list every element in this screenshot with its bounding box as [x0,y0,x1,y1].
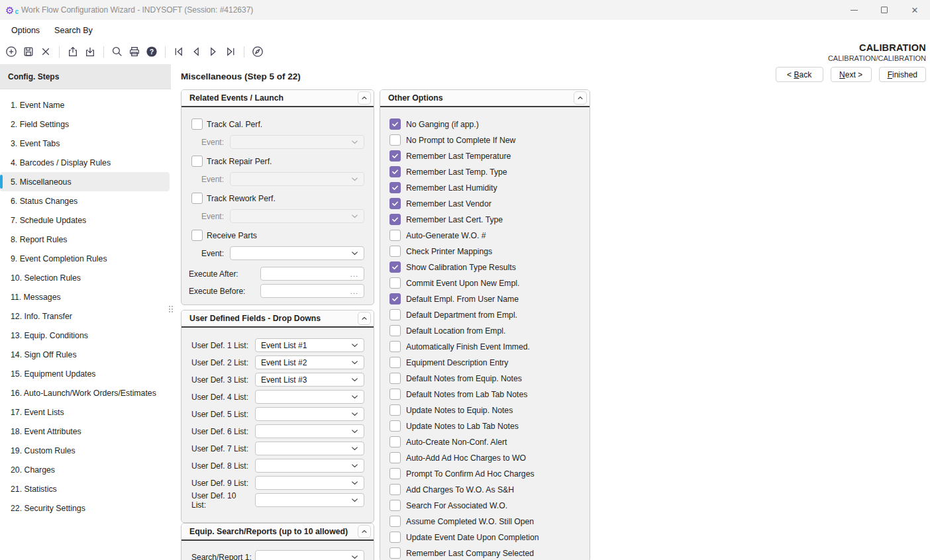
sidebar-step-item[interactable]: 7. Schedule Updates [0,210,170,230]
finished-button[interactable]: Finished [879,67,926,82]
checkbox[interactable] [389,214,401,225]
compass-icon[interactable] [251,45,264,58]
checkbox[interactable] [389,309,401,320]
option-row[interactable]: Auto-Add Ad Hoc Charges to WO [389,452,583,463]
delete-icon[interactable] [39,45,52,58]
search-icon[interactable] [111,45,124,58]
import-icon[interactable] [83,45,97,58]
back-button[interactable]: < Back [776,67,823,82]
option-row[interactable]: Remember Last Cert. Type [389,214,583,225]
sidebar-step-item[interactable]: 1. Event Name [0,95,170,115]
option-row[interactable]: Assume Completed W.O. Still Open [389,516,583,527]
option-row[interactable]: Auto-Generate W.O. # [389,230,583,241]
execute-after-field[interactable]: ... [260,267,364,281]
sidebar-step-item[interactable]: 8. Report Rules [0,230,170,249]
checkbox[interactable] [389,150,401,162]
checkbox[interactable] [191,156,203,167]
event-dropdown[interactable] [230,246,364,260]
option-row[interactable]: Remember Last Vendor [389,198,583,209]
minimize-button[interactable] [839,0,869,20]
option-row[interactable]: Default Notes from Equip. Notes [389,373,583,384]
option-row[interactable]: Default Location from Empl. [389,325,583,336]
option-row[interactable]: Remember Last Company Selected [389,547,583,559]
user-def-list-dropdown[interactable]: Event List #2 [255,355,364,369]
sidebar-step-item[interactable]: 9. Event Completion Rules [0,249,170,268]
option-row[interactable]: Check Printer Mappings [389,246,583,257]
checkbox[interactable] [191,118,203,130]
help-icon[interactable]: ? [145,45,158,58]
checkbox[interactable] [389,198,401,209]
option-row[interactable]: Show Calibration Type Results [389,261,583,273]
checkbox[interactable] [389,468,401,479]
sidebar-step-item[interactable]: 13. Equip. Conditions [0,326,170,345]
checkbox[interactable] [389,547,401,559]
option-row[interactable]: Remember Last Humidity [389,182,583,193]
checkbox[interactable] [389,484,401,495]
save-icon[interactable] [22,45,35,58]
collapse-button[interactable] [358,91,371,105]
nav-first-icon[interactable] [172,45,185,58]
track-option-row[interactable]: Receive Parts [191,230,364,241]
menu-options[interactable]: Options [11,26,40,35]
option-row[interactable]: Search For Associated W.O. [389,500,583,511]
collapse-button[interactable] [358,525,371,538]
user-def-list-dropdown[interactable] [255,390,364,404]
menu-search-by[interactable]: Search By [54,26,93,35]
checkbox[interactable] [389,516,401,527]
sidebar-step-item[interactable]: 2. Field Settings [0,115,170,134]
collapse-button[interactable] [358,312,371,325]
option-row[interactable]: Commit Event Upon New Empl. [389,277,583,289]
event-dropdown[interactable] [230,172,364,186]
track-option-row[interactable]: Track Cal. Perf. [191,118,364,130]
sidebar-step-item[interactable]: 17. Event Lists [0,402,170,422]
checkbox[interactable] [389,182,401,193]
checkbox[interactable] [389,246,401,257]
user-def-list-dropdown[interactable]: Event List #3 [255,373,364,387]
option-row[interactable]: Update Event Date Upon Completion [389,532,583,543]
sidebar-step-item[interactable]: 11. Messages [0,287,170,306]
user-def-list-dropdown[interactable] [255,476,364,490]
maximize-button[interactable] [869,0,900,20]
option-row[interactable]: Remember Last Temp. Type [389,166,583,177]
option-row[interactable]: Default Notes from Lab Tab Notes [389,389,583,400]
user-def-list-dropdown[interactable] [255,459,364,473]
sidebar-step-item[interactable]: 14. Sign Off Rules [0,345,170,364]
sidebar-step-item[interactable]: 21. Statistics [0,479,170,498]
event-dropdown[interactable] [230,209,364,223]
checkbox[interactable] [389,134,401,146]
option-row[interactable]: Update Notes to Equip. Notes [389,404,583,416]
close-button[interactable]: ✕ [900,0,930,20]
user-def-list-dropdown[interactable] [255,493,364,507]
checkbox[interactable] [389,261,401,273]
checkbox[interactable] [389,500,401,511]
checkbox[interactable] [389,389,401,400]
checkbox[interactable] [191,193,203,204]
checkbox[interactable] [389,404,401,416]
sidebar-step-item[interactable]: 22. Security Settings [0,498,170,518]
search-report-dropdown[interactable] [255,550,364,560]
sidebar-step-item[interactable]: 18. Event Attributes [0,422,170,441]
add-icon[interactable] [5,45,18,58]
option-row[interactable]: No Ganging (if app.) [389,118,583,130]
sidebar-step-item[interactable]: 12. Info. Transfer [0,306,170,326]
checkbox[interactable] [389,420,401,432]
ellipsis-button[interactable]: ... [350,270,358,278]
track-option-row[interactable]: Track Repair Perf. [191,156,364,167]
nav-last-icon[interactable] [224,45,237,58]
track-option-row[interactable]: Track Rework Perf. [191,193,364,204]
option-row[interactable]: Default Empl. From User Name [389,293,583,304]
checkbox[interactable] [389,436,401,447]
sidebar-step-item[interactable]: 6. Status Changes [0,191,170,210]
collapse-button[interactable] [574,91,587,105]
option-row[interactable]: Auto-Create Non-Conf. Alert [389,436,583,447]
nav-next-icon[interactable] [207,45,220,58]
sidebar-step-item[interactable]: 19. Custom Rules [0,441,170,460]
execute-before-field[interactable]: ... [260,284,364,298]
splitter-grip-icon[interactable] [169,306,173,315]
sidebar-step-item[interactable]: 15. Equipment Updates [0,364,170,383]
option-row[interactable]: Prompt To Confirm Ad Hoc Charges [389,468,583,479]
print-icon[interactable] [128,45,141,58]
checkbox[interactable] [389,452,401,463]
user-def-list-dropdown[interactable] [255,407,364,421]
sidebar-step-item[interactable]: 4. Barcodes / Display Rules [0,153,170,172]
